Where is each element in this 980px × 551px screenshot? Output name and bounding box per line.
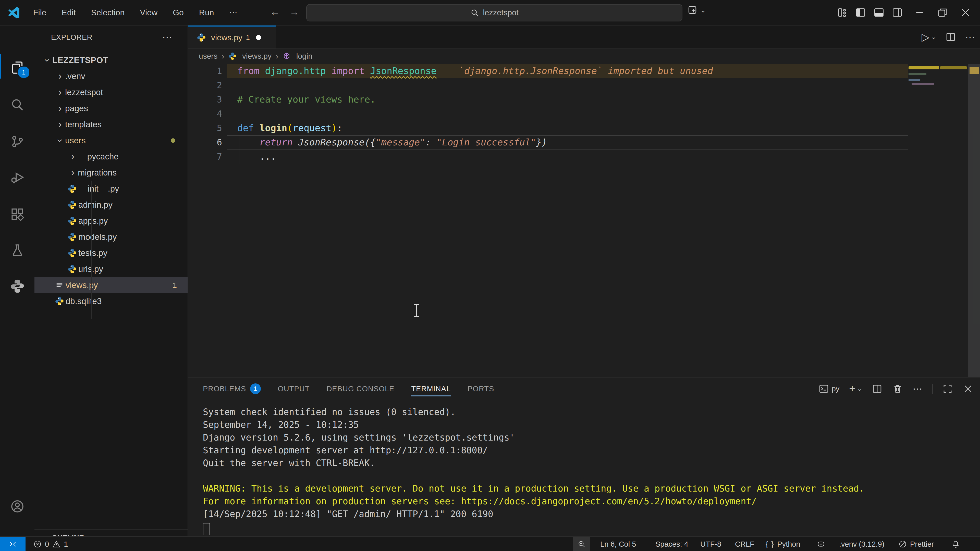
terminal-line: Starting development server at http://12… (203, 444, 969, 457)
close-panel-icon[interactable] (963, 383, 974, 394)
terminal-line: For more information on production serve… (203, 495, 969, 508)
copilot-button[interactable]: ⌄ (687, 5, 706, 16)
sidebar-item-testing[interactable] (0, 235, 35, 266)
kill-terminal-trash-icon[interactable] (892, 383, 903, 394)
editor-more-actions[interactable]: ⋯ (965, 32, 975, 43)
breadcrumb-users[interactable]: users (199, 52, 218, 60)
sidebar-item-python[interactable] (0, 271, 35, 302)
run-python-file-button[interactable]: ▷⌄ (921, 31, 936, 43)
tree-item-admin-py[interactable]: admin.py (35, 197, 188, 213)
notifications-status[interactable] (951, 537, 960, 551)
toggle-primary-sidebar-icon[interactable] (855, 7, 866, 18)
tree-item-urls-py[interactable]: urls.py (35, 261, 188, 277)
menu-run[interactable]: Run (192, 5, 221, 20)
tree-item-apps-py[interactable]: apps.py (35, 213, 188, 229)
menu-go[interactable]: Go (166, 5, 190, 20)
panel-tab-debug-console[interactable]: DEBUG CONSOLE (326, 378, 394, 400)
cursor-position-status[interactable]: Ln 6, Col 5 (600, 537, 636, 551)
nav-back-button[interactable]: ← (266, 6, 284, 17)
sidebar-item-extensions[interactable] (0, 199, 35, 230)
window-minimize-button[interactable] (908, 0, 931, 25)
nav-forward-button[interactable]: → (285, 6, 304, 17)
tree-item--init-py[interactable]: __init__.py (35, 181, 188, 197)
customize-layout-icon[interactable] (837, 7, 848, 18)
command-center-search[interactable]: lezzetspot (306, 4, 682, 21)
code-line-3: # Create your views here. (237, 92, 375, 106)
eol-status[interactable]: CRLF (735, 537, 754, 551)
account-button[interactable] (0, 491, 35, 522)
menu-file[interactable]: File (27, 5, 53, 20)
error-icon (33, 540, 42, 548)
tree-item-pages[interactable]: ›pages (35, 100, 188, 116)
panel-actions: py +⌄ ⋯ (818, 378, 974, 400)
problems-status[interactable]: 0 1 (33, 537, 68, 551)
sidebar-item-run-debug[interactable] (0, 162, 35, 192)
new-terminal-button[interactable]: +⌄ (849, 383, 862, 395)
error-count: 0 (45, 540, 49, 548)
formatter-status[interactable]: Prettier (898, 537, 934, 551)
line-number: 3 (188, 92, 222, 106)
sidebar-item-source-control[interactable] (0, 126, 35, 157)
python-file-icon (228, 52, 237, 60)
code-line-6: return JsonResponse({"message": "Login s… (237, 135, 547, 149)
tree-item-users[interactable]: ›users (35, 132, 188, 148)
sidebar-item-search[interactable] (0, 89, 35, 120)
panel-tab-terminal[interactable]: TERMINAL (411, 378, 451, 400)
tree-item-lezzetspot[interactable]: ›LEZZETSPOT (35, 52, 188, 68)
explorer-more-actions[interactable]: ⋯ (162, 31, 172, 43)
tree-item-db-sqlite3[interactable]: db.sqlite3 (35, 293, 188, 309)
chevron-right-icon: › (68, 151, 78, 162)
maximize-panel-icon[interactable] (942, 383, 953, 394)
explorer-sidebar: EXPLORER ⋯ ›LEZZETSPOT›.venv›lezzetspot›… (35, 25, 188, 536)
menu-[interactable]: ⋯ (223, 5, 244, 20)
breadcrumb: users › views.py › login (188, 49, 980, 63)
code-area[interactable]: 1234567 from django.http import JsonResp… (188, 64, 980, 377)
zoom-button[interactable] (573, 537, 590, 551)
menu-view[interactable]: View (133, 5, 164, 20)
python-file-icon (197, 33, 206, 42)
chevron-down-icon: › (42, 55, 53, 65)
line-number: 5 (188, 121, 222, 135)
status-bar: 0 1 Ln 6, Col 5 Spaces: 4 UTF-8 CRLF { }… (0, 536, 980, 551)
toggle-panel-icon[interactable] (873, 7, 885, 18)
terminal-output[interactable]: System check identified no issues (0 sil… (203, 406, 969, 520)
breadcrumb-views-py[interactable]: views.py (242, 52, 272, 60)
split-terminal-icon[interactable] (872, 383, 883, 394)
chevron-right-icon: › (221, 52, 224, 61)
panel-tab-problems[interactable]: PROBLEMS1 (203, 378, 261, 400)
breadcrumb-login[interactable]: login (296, 52, 312, 60)
language-mode-status[interactable]: { } Python (765, 537, 800, 551)
copilot-icon (817, 540, 825, 548)
tab-views-py[interactable]: views.py 1 (188, 25, 275, 48)
menu-selection[interactable]: Selection (84, 5, 131, 20)
menu-edit[interactable]: Edit (55, 5, 83, 20)
tree-item--pycache-[interactable]: ›__pycache__ (35, 148, 188, 165)
warning-icon (52, 540, 61, 548)
tree-item-migrations[interactable]: ›migrations (35, 165, 188, 181)
tree-item--venv[interactable]: ›.venv (35, 68, 188, 84)
vscode-logo-icon (7, 6, 21, 19)
encoding-status[interactable]: UTF-8 (700, 537, 721, 551)
panel-tab-ports[interactable]: PORTS (468, 378, 494, 400)
toggle-secondary-sidebar-icon[interactable] (892, 7, 903, 18)
python-interpreter-status[interactable]: .venv (3.12.9) (839, 537, 884, 551)
split-editor-icon[interactable] (945, 32, 956, 42)
copilot-status[interactable] (817, 537, 825, 551)
tree-item-tests-py[interactable]: tests.py (35, 245, 188, 261)
minimap[interactable] (908, 64, 968, 141)
panel-more-actions[interactable]: ⋯ (913, 383, 922, 394)
tree-item-templates[interactable]: ›templates (35, 116, 188, 132)
window-restore-button[interactable] (931, 0, 954, 25)
tree-item-models-py[interactable]: models.py (35, 229, 188, 245)
dirty-indicator[interactable] (256, 35, 261, 40)
tree-item-views-py[interactable]: views.py1 (35, 277, 188, 293)
tab-label: views.py (211, 33, 242, 42)
panel-tab-output[interactable]: OUTPUT (278, 378, 310, 400)
tree-item-lezzetspot[interactable]: ›lezzetspot (35, 84, 188, 100)
remote-indicator[interactable] (0, 537, 25, 551)
indentation-status[interactable]: Spaces: 4 (655, 537, 688, 551)
sidebar-item-explorer[interactable] (0, 52, 35, 83)
window-close-button[interactable] (954, 0, 977, 25)
editor-scrollbar[interactable] (968, 64, 980, 415)
terminal-instance-item[interactable]: py (818, 383, 840, 394)
